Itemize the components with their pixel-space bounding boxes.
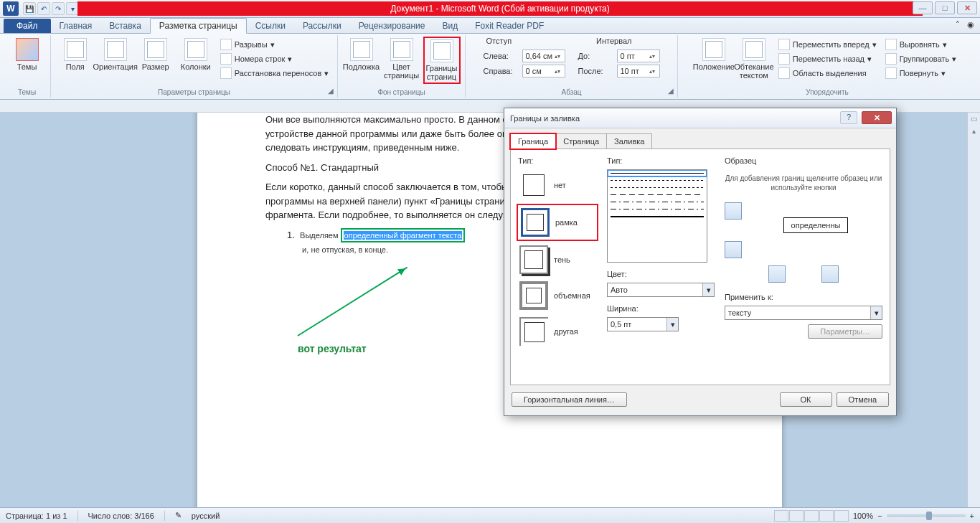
ok-button[interactable]: ОК: [780, 392, 832, 407]
position-button[interactable]: Положение: [695, 37, 732, 72]
status-page[interactable]: Страница: 1 из 1: [6, 512, 67, 520]
view-web[interactable]: [804, 510, 819, 522]
line-numbers-button[interactable]: Номера строк ▾: [217, 52, 331, 65]
tab-mailings[interactable]: Рассылки: [294, 19, 350, 33]
spacing-before-input[interactable]: 0 пт▴▾: [617, 50, 660, 62]
group-themes-label: Темы: [8, 87, 46, 98]
paragraph-launcher[interactable]: ◢: [666, 86, 676, 96]
orientation-button[interactable]: Ориентация: [97, 37, 134, 72]
zoom-level[interactable]: 100%: [853, 512, 873, 520]
setting-shadow[interactable]: тень: [518, 244, 597, 275]
setting-custom[interactable]: другая: [518, 316, 597, 347]
proofing-icon[interactable]: ✎: [175, 511, 182, 520]
themes-button[interactable]: Темы: [9, 37, 46, 72]
apply-to-combo[interactable]: тексту▾: [725, 306, 882, 320]
setting-shadow-icon: [519, 245, 548, 274]
tab-view[interactable]: Вид: [433, 19, 466, 33]
cancel-button[interactable]: Отмена: [837, 392, 889, 407]
line-style-item[interactable]: [611, 194, 704, 195]
tab-references[interactable]: Ссылки: [247, 19, 294, 33]
minimize-button[interactable]: ―: [913, 1, 933, 14]
tab-review[interactable]: Рецензирование: [350, 19, 434, 33]
line-style-item[interactable]: [611, 216, 704, 217]
line-style-list[interactable]: [607, 169, 707, 263]
setting-box[interactable]: рамка: [518, 205, 597, 240]
hyphenation-button[interactable]: Расстановка переносов ▾: [217, 67, 331, 80]
size-button[interactable]: Размер: [137, 37, 174, 72]
width-combo[interactable]: 0,5 пт▾: [607, 317, 679, 331]
tab-home[interactable]: Главная: [51, 19, 101, 33]
view-print-layout[interactable]: [774, 510, 788, 522]
chevron-down-icon: ▾: [702, 283, 714, 296]
bring-forward-button[interactable]: Переместить вперед ▾: [776, 38, 880, 51]
maximize-button[interactable]: □: [935, 1, 955, 14]
align-button[interactable]: Выровнять ▾: [882, 38, 960, 51]
page-color-button[interactable]: Цвет страницы: [383, 37, 420, 81]
setting-3d[interactable]: объемная: [518, 280, 597, 311]
status-word-count[interactable]: Число слов: 3/166: [88, 512, 154, 520]
watermark-button[interactable]: Подложка: [343, 37, 380, 72]
tab-foxit[interactable]: Foxit Reader PDF: [466, 19, 552, 33]
zoom-slider[interactable]: [887, 514, 966, 517]
spacing-after-label: После:: [578, 67, 614, 75]
dialog-tab-border[interactable]: Граница: [510, 133, 556, 149]
preview-bottom-button[interactable]: [725, 241, 742, 258]
view-outline[interactable]: [819, 510, 834, 522]
dialog-close-button[interactable]: ✕: [862, 111, 892, 124]
preview-left-button[interactable]: [768, 265, 786, 283]
zoom-out-button[interactable]: −: [877, 512, 882, 520]
tab-page-layout[interactable]: Разметка страницы: [150, 18, 247, 34]
setting-none[interactable]: нет: [518, 169, 597, 201]
line-style-item[interactable]: [611, 187, 704, 188]
spacing-after-input[interactable]: 10 пт▴▾: [617, 65, 660, 77]
status-language[interactable]: русский: [192, 512, 220, 520]
line-style-item[interactable]: [611, 202, 704, 202]
indent-left-input[interactable]: 0,64 см▴▾: [522, 50, 565, 62]
undo-icon[interactable]: ↶: [37, 2, 50, 15]
line-style-item[interactable]: [611, 180, 704, 181]
color-combo[interactable]: Авто▾: [607, 283, 715, 297]
tab-file[interactable]: Файл: [4, 19, 51, 33]
size-icon: [144, 38, 167, 61]
vertical-scrollbar[interactable]: ▭ ▴: [967, 113, 980, 507]
line-style-item[interactable]: [611, 173, 704, 174]
line-numbers-icon: [220, 53, 232, 65]
save-icon[interactable]: 💾: [23, 2, 36, 15]
page-setup-launcher[interactable]: ◢: [326, 86, 336, 96]
margins-button[interactable]: Поля: [57, 37, 94, 72]
close-button[interactable]: ✕: [957, 1, 977, 14]
group-button[interactable]: Группировать ▾: [882, 52, 960, 65]
dialog-tab-page[interactable]: Страница: [555, 133, 607, 149]
ruler-toggle-icon[interactable]: ▭: [969, 115, 979, 125]
line-style-item[interactable]: [611, 209, 704, 209]
scroll-up-icon[interactable]: ▴: [969, 127, 979, 137]
selection-pane-icon: [778, 67, 790, 79]
send-backward-button[interactable]: Переместить назад ▾: [776, 52, 880, 65]
page-borders-button[interactable]: Границы страниц: [423, 37, 461, 84]
quick-access-toolbar: 💾 ↶ ↷ ▾: [23, 2, 79, 15]
view-full-screen[interactable]: [789, 510, 804, 522]
indent-right-input[interactable]: 0 см▴▾: [522, 65, 565, 77]
breaks-button[interactable]: Разрывы ▾: [217, 38, 331, 51]
help-icon[interactable]: ◉: [967, 20, 974, 29]
view-draft[interactable]: [834, 510, 849, 522]
view-buttons: [774, 510, 849, 522]
ribbon-minimize-icon[interactable]: ˄: [956, 20, 960, 29]
columns-button[interactable]: Колонки: [177, 37, 215, 72]
redo-icon[interactable]: ↷: [52, 2, 65, 15]
selection-pane-button[interactable]: Область выделения: [776, 67, 880, 80]
zoom-in-button[interactable]: +: [970, 512, 974, 520]
dialog-tab-fill[interactable]: Заливка: [606, 133, 652, 149]
dialog-help-button[interactable]: ?: [840, 111, 857, 124]
tab-insert[interactable]: Вставка: [100, 19, 150, 33]
preview-top-button[interactable]: [725, 202, 742, 220]
horizontal-line-button[interactable]: Горизонтальная линия…: [512, 392, 627, 407]
rotate-icon: [885, 67, 897, 79]
preview-right-button[interactable]: [821, 265, 839, 283]
dialog-title-bar[interactable]: Границы и заливка ? ✕: [504, 108, 896, 128]
rotate-button[interactable]: Повернуть ▾: [882, 67, 960, 80]
width-heading: Ширина:: [607, 304, 715, 313]
wrap-text-button[interactable]: Обтекание текстом: [735, 37, 773, 81]
wrap-text-icon: [743, 38, 765, 61]
send-backward-icon: [778, 53, 790, 65]
